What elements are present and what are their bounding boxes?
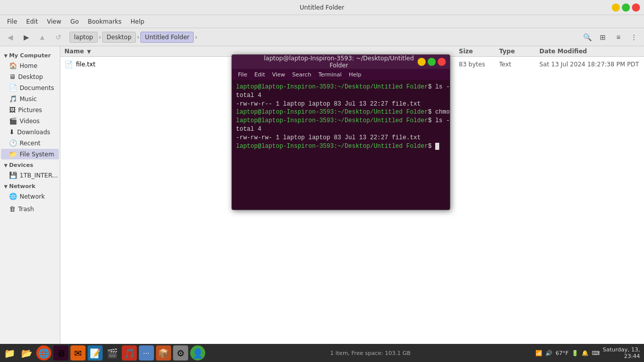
menu-help[interactable]: Help [127, 17, 148, 26]
sidebar-section-devices[interactable]: ▼ Devices [0, 160, 60, 169]
file-type: Text [499, 61, 539, 68]
recent-icon: 🕐 [9, 139, 17, 147]
terminal-menubar: File Edit View Search Terminal Help [232, 69, 450, 80]
breadcrumb-desktop[interactable]: Desktop [102, 32, 136, 43]
taskbar-time: 23:44 [603, 353, 640, 359]
term-line-1: laptop@laptop-Inspiron-3593:~/Desktop/Un… [236, 83, 446, 92]
term-menu-edit[interactable]: Edit [251, 71, 268, 78]
taskbar-date: Saturday, 13, [603, 346, 640, 353]
sidebar-item-videos[interactable]: 🎬 Videos [1, 116, 59, 126]
drive-icon: 💾 [9, 171, 17, 179]
taskbar-user-icon[interactable]: 👤 [190, 345, 205, 360]
menu-go[interactable]: Go [66, 17, 83, 26]
close-button[interactable] [632, 4, 640, 12]
forward-button[interactable]: ▶ [19, 30, 33, 44]
sidebar-item-filesystem[interactable]: 📁 File System [1, 149, 59, 159]
taskbar-center: 1 item, Free space: 103.1 GB [206, 350, 534, 356]
videos-icon: 🎬 [9, 117, 17, 125]
taskbar-folder-icon[interactable]: 📂 [19, 345, 34, 360]
term-menu-view[interactable]: View [269, 71, 288, 78]
terminal-window: laptop@laptop-Inspiron-3593: ~/Desktop/U… [231, 54, 450, 210]
network-icon: 🌐 [9, 193, 17, 200]
terminal-minimize[interactable] [418, 58, 426, 66]
sidebar-item-home[interactable]: 🏠 Home [1, 60, 59, 71]
taskbar-media-icon[interactable]: 🎬 [105, 345, 120, 360]
taskbar-status: 1 item, Free space: 103.1 GB [330, 350, 411, 356]
desktop-icon: 🖥 [9, 73, 16, 80]
term-line-5: laptop@laptop-Inspiron-3593:~/Desktop/Un… [236, 117, 446, 125]
sidebar-item-downloads[interactable]: ⬇ Downloads [1, 127, 59, 137]
taskbar-network[interactable]: 📶 [535, 350, 542, 356]
menu-file[interactable]: File [3, 17, 21, 26]
titlebar: Untitled Folder [0, 0, 644, 15]
reload-button[interactable]: ↺ [51, 30, 65, 44]
taskbar-vscode-icon[interactable]: 📝 [88, 345, 103, 360]
filesystem-icon: 📁 [9, 150, 17, 158]
sidebar-section-network[interactable]: ▼ Network [0, 181, 60, 191]
term-menu-file[interactable]: File [235, 71, 250, 78]
home-icon: 🏠 [9, 62, 17, 69]
term-menu-search[interactable]: Search [289, 71, 314, 78]
file-date: Sat 13 Jul 2024 18:27:38 PM PDT [539, 61, 640, 68]
window-title: Untitled Folder [32, 4, 612, 11]
menu-edit[interactable]: Edit [22, 17, 42, 26]
sidebar-item-pictures[interactable]: 🖼 Pictures [1, 105, 59, 115]
search-button[interactable]: 🔍 [580, 30, 594, 44]
documents-icon: 📄 [9, 84, 17, 92]
titlebar-controls [612, 4, 640, 12]
sidebar-item-music[interactable]: 🎵 Music [1, 94, 59, 104]
sidebar-item-trash[interactable]: 🗑 Trash [1, 204, 59, 214]
breadcrumb-current[interactable]: Untitled Folder [140, 32, 194, 43]
terminal-close[interactable] [438, 58, 446, 66]
pictures-icon: 🖼 [9, 106, 16, 114]
taskbar-email-icon[interactable]: ✉ [70, 345, 86, 360]
sidebar-item-documents[interactable]: 📄 Documents [1, 82, 59, 93]
terminal-title: laptop@laptop-Inspiron-3593: ~/Desktop/U… [260, 55, 418, 69]
taskbar-sound[interactable]: 🔊 [545, 350, 552, 356]
terminal-cursor [435, 143, 439, 150]
more-button[interactable]: ⋮ [627, 30, 641, 44]
sidebar-item-network[interactable]: 🌐 Network [1, 191, 59, 202]
sidebar: ▼ My Computer 🏠 Home 🖥 Desktop 📄 Documen… [0, 46, 60, 350]
taskbar-files-icon[interactable]: 📁 [2, 345, 17, 360]
taskbar-notifications[interactable]: 🔔 [582, 350, 589, 356]
term-line-6: total 4 [236, 125, 446, 134]
sidebar-item-desktop[interactable]: 🖥 Desktop [1, 71, 59, 82]
toolbar: ◀ ▶ ▲ ↺ laptop › Desktop › Untitled Fold… [0, 28, 644, 46]
taskbar-weather: 67°F [555, 350, 569, 356]
term-menu-terminal[interactable]: Terminal [315, 71, 345, 78]
menubar: File Edit View Go Bookmarks Help [0, 15, 644, 28]
menu-view[interactable]: View [43, 17, 65, 26]
maximize-button[interactable] [622, 4, 630, 12]
downloads-icon: ⬇ [9, 128, 15, 136]
taskbar-music-icon[interactable]: 🎵 [122, 345, 137, 360]
sidebar-item-1tb[interactable]: 💾 1TB_INTER... ⏏ [1, 170, 59, 180]
minimize-button[interactable] [612, 4, 620, 12]
breadcrumb-laptop[interactable]: laptop [69, 32, 98, 43]
sidebar-item-recent[interactable]: 🕐 Recent [1, 138, 59, 148]
trash-icon: 🗑 [9, 205, 16, 213]
taskbar-keyboard: ⌨ [592, 350, 600, 356]
taskbar-pkg-icon[interactable]: 📦 [156, 345, 171, 360]
terminal-maximize[interactable] [428, 58, 436, 66]
term-menu-help[interactable]: Help [346, 71, 364, 78]
back-button[interactable]: ◀ [3, 30, 17, 44]
term-line-7: -rw-rw-rw- 1 laptop laptop 83 Jul 13 22:… [236, 134, 446, 142]
sidebar-section-mycomputer[interactable]: ▼ My Computer [0, 50, 60, 60]
toolbar-right: 🔍 ⊞ ≡ ⋮ [580, 30, 641, 44]
taskbar-browser-icon[interactable]: 🌐 [36, 345, 51, 360]
view-grid-button[interactable]: ⊞ [596, 30, 610, 44]
taskbar-terminal-icon[interactable]: 🖥 [53, 345, 68, 360]
taskbar: 📁 📂 🌐 🖥 ✉ 📝 🎬 🎵 ⋯ 📦 ⚙ 👤 1 item, Free spa… [0, 344, 644, 362]
view-list-button[interactable]: ≡ [611, 30, 625, 44]
up-button[interactable]: ▲ [35, 30, 49, 44]
terminal-body[interactable]: laptop@laptop-Inspiron-3593:~/Desktop/Un… [232, 80, 450, 210]
taskbar-datetime[interactable]: Saturday, 13, 23:44 [603, 346, 640, 359]
taskbar-right: 📶 🔊 67°F 🔋 🔔 ⌨ Saturday, 13, 23:44 [535, 346, 642, 359]
breadcrumb: laptop › Desktop › Untitled Folder › [67, 32, 578, 43]
menu-bookmarks[interactable]: Bookmarks [84, 17, 125, 26]
taskbar-left: 📁 📂 🌐 🖥 ✉ 📝 🎬 🎵 ⋯ 📦 ⚙ 👤 [2, 345, 205, 360]
terminal-controls [418, 58, 446, 66]
taskbar-settings-icon[interactable]: ⚙ [173, 345, 188, 360]
taskbar-apps-icon[interactable]: ⋯ [139, 345, 154, 360]
